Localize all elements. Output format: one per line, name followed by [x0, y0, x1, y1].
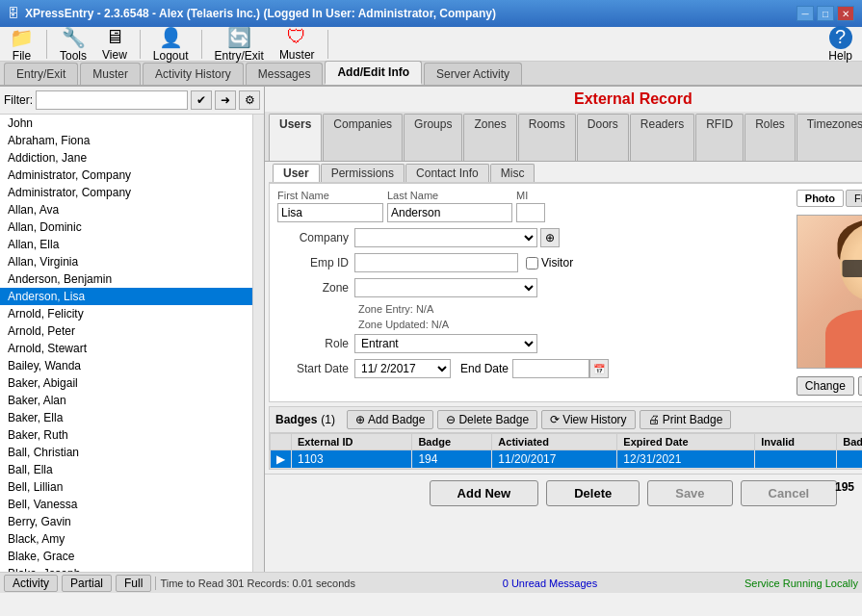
usertab-permissions[interactable]: Permissions [321, 164, 405, 182]
user-list-item[interactable]: Baker, Ruth [0, 426, 252, 444]
mi-input[interactable] [516, 203, 545, 222]
minimize-button[interactable]: ─ [797, 6, 814, 21]
menu-view[interactable]: 🖥 View [96, 24, 133, 64]
filter-apply-button[interactable]: ✔ [191, 90, 212, 110]
company-add-button[interactable]: ⊕ [540, 228, 560, 247]
usertab-user[interactable]: User [273, 164, 320, 182]
user-list-item[interactable]: Arnold, Stewart [0, 340, 252, 357]
badge-type-select[interactable] [843, 452, 862, 466]
subtab-doors[interactable]: Doors [577, 114, 629, 161]
maximize-button[interactable]: □ [817, 6, 834, 21]
photo-tab-photo[interactable]: Photo [797, 190, 844, 207]
user-list-item[interactable]: Addiction, Jane [0, 149, 252, 167]
subtab-rfid[interactable]: RFID [695, 114, 744, 161]
badge-row[interactable]: ▶ 1103 194 11/20/2017 12/31/2021 [271, 450, 863, 469]
subtab-readers[interactable]: Readers [630, 114, 694, 161]
usertab-misc[interactable]: Misc [490, 164, 535, 182]
user-list-item[interactable]: Bell, Vanessa [0, 496, 252, 513]
user-list-item[interactable]: Anderson, Lisa [0, 288, 252, 305]
subtab-rooms[interactable]: Rooms [518, 114, 576, 161]
user-list-item[interactable]: Allan, Dominic [0, 218, 252, 236]
save-button[interactable]: Save [647, 480, 732, 506]
photo-crop-button[interactable]: Crop [858, 376, 862, 396]
print-badge-button[interactable]: 🖨 Print Badge [640, 410, 732, 429]
badge-badge: 194 [412, 450, 492, 469]
badge-activated: 11/20/2017 [492, 450, 617, 469]
user-list-item[interactable]: Administrator, Company [0, 184, 252, 201]
user-list-item[interactable]: Black, Amy [0, 530, 252, 548]
user-list-item[interactable]: Baker, Alan [0, 392, 252, 409]
user-list-item[interactable]: Abraham, Fiona [0, 132, 252, 149]
bottom-tab-activity[interactable]: Activity [4, 575, 58, 592]
filter-next-button[interactable]: ➜ [215, 90, 236, 110]
user-list-item[interactable]: John [0, 115, 252, 132]
titlebar: 🗄 XPressEntry - 2.3.6548 - Alex (Telaeri… [0, 0, 862, 27]
filter-settings-button[interactable]: ⚙ [239, 90, 260, 110]
role-select[interactable]: Entrant [354, 334, 537, 353]
menu-muster[interactable]: 🛡 Muster [274, 24, 321, 64]
bottom-tab-partial[interactable]: Partial [62, 575, 112, 592]
filter-input[interactable] [36, 90, 188, 110]
end-date-input[interactable] [512, 359, 589, 378]
end-date-label: End Date [460, 362, 509, 375]
emp-id-input[interactable] [354, 253, 518, 272]
user-list-item[interactable]: Ball, Christian [0, 444, 252, 461]
user-list-item[interactable]: Baker, Ella [0, 409, 252, 426]
last-name-input[interactable] [387, 203, 512, 222]
photo-change-button[interactable]: Change [797, 376, 854, 396]
delete-button[interactable]: Delete [546, 480, 640, 506]
list-scrollbar[interactable] [252, 115, 264, 572]
view-history-button[interactable]: ⟳ View History [541, 410, 635, 429]
menu-file[interactable]: 📁 File [4, 24, 39, 64]
menu-entry-exit[interactable]: 🔄 Entry/Exit [209, 24, 270, 64]
end-date-picker-button[interactable]: 📅 [589, 359, 609, 378]
subtab-roles[interactable]: Roles [744, 114, 796, 161]
menu-help[interactable]: ? Help [823, 24, 858, 64]
col-badge-type: Badge Type [837, 434, 862, 450]
add-badge-button[interactable]: ⊕ Add Badge [347, 410, 433, 429]
user-list-item[interactable]: Bell, Lillian [0, 478, 252, 496]
visitor-checkbox[interactable] [526, 257, 538, 270]
delete-badge-button[interactable]: ⊖ Delete Badge [437, 410, 537, 429]
user-list-item[interactable]: Allan, Virginia [0, 253, 252, 270]
user-list-item[interactable]: Baker, Abigail [0, 374, 252, 392]
user-list-item[interactable]: Berry, Gavin [0, 513, 252, 530]
start-date-select[interactable]: 11/ 2/2017 [354, 359, 451, 378]
user-list-item[interactable]: Ball, Ella [0, 461, 252, 478]
usertab-contact-info[interactable]: Contact Info [405, 164, 489, 182]
tab-entry-exit[interactable]: Entry/Exit [4, 63, 78, 85]
menubar: 📁 File 🔧 Tools 🖥 View 👤 Logout 🔄 Entry/E… [0, 27, 862, 62]
user-list-item[interactable]: Bailey, Wanda [0, 357, 252, 374]
user-list-item[interactable]: Administrator, Company [0, 167, 252, 184]
user-list-item[interactable]: Anderson, Benjamin [0, 270, 252, 288]
user-list-item[interactable]: Arnold, Felicity [0, 305, 252, 322]
user-list-item[interactable]: Blake, Joseph [0, 565, 252, 572]
user-list-item[interactable]: Arnold, Peter [0, 322, 252, 340]
menu-logout[interactable]: 👤 Logout [147, 24, 195, 64]
user-list-item[interactable]: Allan, Ella [0, 236, 252, 253]
bottom-tab-full[interactable]: Full [116, 575, 151, 592]
menu-tools[interactable]: 🔧 Tools [54, 24, 92, 64]
cancel-button[interactable]: Cancel [741, 480, 838, 506]
delete-badge-icon: ⊖ [446, 413, 456, 426]
close-button[interactable]: ✕ [837, 6, 854, 21]
user-list-item[interactable]: Allan, Ava [0, 201, 252, 218]
subtab-companies[interactable]: Companies [323, 114, 403, 161]
subtab-zones[interactable]: Zones [463, 114, 516, 161]
subtab-users[interactable]: Users [269, 114, 322, 161]
add-new-button[interactable]: Add New [430, 480, 539, 506]
tab-muster[interactable]: Muster [80, 63, 141, 85]
tab-server-activity[interactable]: Server Activity [424, 63, 522, 85]
subtab-timezones[interactable]: Timezones [797, 114, 862, 161]
zone-select[interactable] [354, 278, 537, 297]
user-list-item[interactable]: Blake, Grace [0, 548, 252, 565]
tab-add-edit-info[interactable]: Add/Edit Info [325, 61, 422, 85]
photo-tab-fp[interactable]: FP (0) [846, 190, 862, 207]
usertabbar: User Permissions Contact Info Misc [269, 162, 862, 183]
first-name-input[interactable] [277, 203, 383, 222]
tab-activity-history[interactable]: Activity History [143, 63, 244, 85]
subtab-groups[interactable]: Groups [404, 114, 462, 161]
tab-messages[interactable]: Messages [246, 63, 324, 85]
logout-icon: 👤 [159, 26, 183, 49]
company-select[interactable] [354, 228, 537, 247]
